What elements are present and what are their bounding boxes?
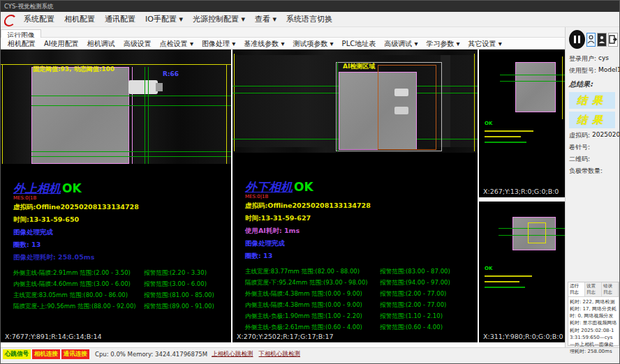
measurement-alarm: 报警范围:(89.00 - 91.00) [144,303,231,311]
log-tab[interactable]: 运行日志 [568,282,585,296]
menu-item[interactable]: 查看 ▾ [250,12,281,27]
edge-line-left [2,64,3,164]
measurement-alarm: 报警范围:(2.00 - 77.00) [380,290,478,298]
measurement-row: 隔膜宽度-下:95.24mm 范围:(93.00 - 98.00) 报警范围:(… [245,278,478,289]
measurement-value: 外侧主线-负极:2.61mm 范围:(0.60 - 4.00) [245,324,380,332]
measure-line [500,81,565,82]
body-row: 运行图像 相机配置AI使用配置相机调试高级设置点检设置 ▾图像处理 ▾基准线参数… [1,27,619,347]
preview-roi [528,222,546,243]
login-user-label: 登录用户: [569,54,596,63]
sidebar-fields: 虚拟码: 20250208 卷针号: 二维码: 负极带数量: [569,131,618,176]
preview-workpiece [515,62,556,112]
measure-line [31,151,231,152]
menu-item[interactable]: 通讯配置 [100,12,140,27]
toolbar-button[interactable]: 测试项参数 ▾ [288,38,337,50]
machine-column [441,55,450,147]
result-boxes: 结果结果 [569,92,618,128]
measurement-value: 隔膜宽度-上:90.56mm 范围:(88.00 - 92.00) [13,303,144,311]
pause-button[interactable] [569,30,585,49]
toolbar-button[interactable]: PLC地址表 [338,38,381,50]
operator-button[interactable] [597,33,607,47]
preview-text-bar [485,287,525,288]
toolbar-button[interactable]: 基准线参数 ▾ [239,38,288,50]
model-label: 使用型号: [569,66,596,75]
toolbar-button[interactable]: 其它设置 ▾ [464,38,506,50]
bright-feature [394,89,408,96]
measurement-alarm: 报警范围:(94.00 - 97.00) [380,279,478,287]
sidebar-field: 负极带数量: [569,167,618,176]
log-tab[interactable]: 错误日志 [602,282,619,296]
lower-camera-heartbeat-link[interactable]: 下相机心跳检测 [259,350,301,358]
preview-panel-2[interactable]: OK X:311;Y:980;R:0;G:0;B:0 [479,202,565,342]
measurement-row: 外侧主线-隔膜:2.91mm 范围:(2.00 - 3.50) 报警范围:(2.… [13,268,231,279]
person-icon [598,36,605,44]
field-label: 二维码: [569,155,590,164]
preview-text-bar [485,130,533,132]
preview-text-bar [485,142,526,143]
measurement-list-upper: 外侧主线-隔膜:2.91mm 范围:(2.00 - 3.50) 报警范围:(2.… [1,268,231,312]
toolbar-button[interactable]: 学习参数 ▾ [422,38,464,50]
toolbar-button[interactable]: AI使用配置 [40,38,83,50]
bright-feature [394,107,408,114]
control-sidebar: 登录用户:cys 使用型号:Model1 总结果: 结果结果 虚拟码: 2025… [565,27,620,347]
edge-line-right [226,64,227,164]
camera-status: OK [62,181,82,195]
toolbar-button[interactable]: 高级调试 ▾ [380,38,422,50]
menu-item[interactable]: 光源控制配置 ▾ [188,12,250,27]
upper-camera-heartbeat-link[interactable]: 上相机心跳检测 [212,350,253,358]
measurement-row: 外侧主线-负极:2.61mm 范围:(0.60 - 4.00) 报警范围:(0.… [245,322,478,333]
status-badge: 通讯连接 [61,349,89,359]
measurement-value: 主线宽度:83.77mm 范围:(82.00 - 88.00) [245,268,380,276]
measurement-value: 外侧主线-隔膜:2.91mm 范围:(2.00 - 3.50) [13,269,144,278]
total-result-label: 总结果: [569,79,618,89]
pixel-coords-lower: X:270;Y:2502;R:17;G:17;B:17 [237,333,334,340]
exit-button[interactable] [608,33,618,47]
log-panel: 运行日志设置日志错误日志 耗时: 222, 网络检测耗时: 17, 网络分类耗时… [568,282,619,346]
preview-panel-1[interactable]: OK X:267;Y:13;R:0;G:0;B:0 [479,50,565,197]
menu-item[interactable]: 系统语言切换 [281,12,337,27]
measurement-value: 主线宽度:83.05mm 范围:(80.00 - 86.00) [13,291,144,300]
status-bar: 心跳信号相机连接通讯连接 Cpu: 0.0% Memory: 3424.4179… [1,347,619,360]
menu-item[interactable]: IO手配置 ▾ [140,12,188,27]
sidebar-field: 虚拟码: 20250208 [569,131,618,140]
title-bar: CYS-视觉检测系统 [1,1,619,12]
measure-line-vertical [148,67,149,164]
preview-status: OK [485,266,492,271]
toolbar-button[interactable]: 高级设置 [119,38,156,50]
measurement-row: 主线宽度:83.05mm 范围:(80.00 - 86.00) 报警范围:(81… [13,290,231,301]
measurement-alarm: 报警范围:(81.00 - 85.00) [144,291,231,300]
menu-item[interactable]: 相机配置 [59,12,100,27]
window-title: CYS-视觉检测系统 [4,3,53,10]
menu-bar: 系统配置相机配置通讯配置IO手配置 ▾光源控制配置 ▾查看 ▾系统语言切换 [1,12,619,27]
control-buttons [569,30,618,49]
main-column: 运行图像 相机配置AI使用配置相机调试高级设置点检设置 ▾图像处理 ▾基准线参数… [1,27,565,347]
toolbar-button[interactable]: 相机配置 [3,38,40,50]
edge-line-left [234,54,235,151]
measurement-row: 主线宽度:83.77mm 范围:(82.00 - 88.00) 报警范围:(83… [245,266,478,278]
user-login-button[interactable] [586,33,596,47]
frame-count-text: 圈数: 13 [245,252,478,261]
field-label: 虚拟码: [569,131,590,140]
measurement-row: 内侧主线-隔膜:4.60mm 范围:(3.00 - 6.00) 报警范围:(3.… [13,279,231,290]
toolbar-items: 相机配置AI使用配置相机调试高级设置点检设置 ▾图像处理 ▾基准线参数 ▾测试项… [3,38,506,50]
measurement-row: 内侧主线-负极:1.90mm 范围:(1.00 - 2.20) 报警范围:(1.… [245,311,478,322]
barcode-text: 虚拟码:Offline20250208133134728 [13,203,231,212]
toolbar-button[interactable]: 图像处理 ▾ [198,38,239,50]
log-tab[interactable]: 设置日志 [585,282,602,296]
toolbar-button[interactable]: 点检设置 ▾ [156,38,198,50]
measurement-alarm: 报警范围:(83.00 - 87.00) [380,268,478,276]
camera-image-upper[interactable]: 固定阈值:93, 动态阈值:100 R:66 [1,50,231,164]
frame-count-text: 圈数: 13 [13,241,231,250]
status-badge: 心跳信号 [3,349,31,359]
preview-status: OK [485,121,492,126]
field-label: 卷针号: [569,143,590,152]
menu-item[interactable]: 系统配置 [19,12,59,27]
measure-line [31,156,231,157]
camera-image-lower[interactable]: AI检测区域 [232,50,478,153]
preview-coords-2: X:311;Y:980;R:0;G:0;B:0 [483,333,563,340]
toolbar-button[interactable]: 相机调试 [83,38,119,50]
ai-time-text: 使用AI耗时: 1ms [245,227,478,236]
cpu-memory-text: Cpu: 0.0% Memory: 3424.41796875M [95,351,207,358]
toolbar: 相机配置AI使用配置相机调试高级设置点检设置 ▾图像处理 ▾基准线参数 ▾测试项… [1,38,565,50]
camera-name: 外下相机 [245,180,293,194]
